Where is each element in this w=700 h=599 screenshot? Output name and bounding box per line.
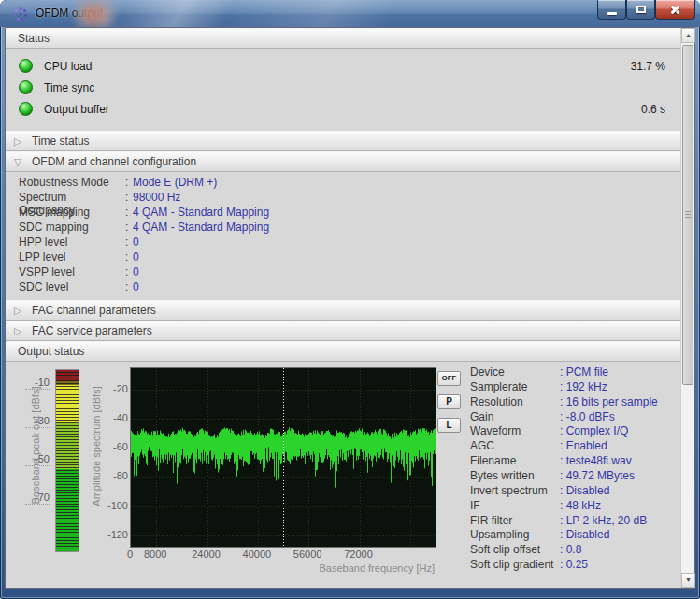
minimize-button[interactable]: [597, 0, 626, 20]
expand-triangle-icon: ▽: [14, 152, 21, 172]
config-row: LPP level:0: [19, 250, 680, 265]
info-row: IF: 48 kHz: [470, 499, 601, 513]
section-header-fac-channel[interactable]: ▷ FAC channel parameters: [6, 300, 680, 321]
scrollbar-thumb[interactable]: [682, 45, 693, 385]
info-value: : PCM file: [560, 365, 608, 378]
status-row: CPU load31.7 %: [19, 59, 665, 75]
info-value: : Disabled: [560, 484, 609, 497]
info-value: : Complex I/Q: [560, 424, 628, 437]
maximize-button[interactable]: [626, 0, 655, 20]
blurred-icon: [79, 1, 112, 27]
info-label: Bytes written: [470, 469, 560, 482]
minimize-icon: [607, 12, 617, 15]
spectrum-xtick-label: 72000: [338, 549, 379, 560]
status-value: 0.6 s: [641, 103, 665, 116]
meter-tick-label: -10: [25, 377, 50, 390]
config-label: VSPP level: [19, 265, 125, 278]
arrow-down-icon: ▼: [685, 577, 692, 583]
status-led-icon: [19, 102, 33, 116]
config-label: Robustness Mode: [19, 176, 125, 189]
info-row: Bytes written: 49.72 MBytes: [470, 469, 635, 483]
info-row: Upsampling: Disabled: [470, 528, 609, 542]
info-label: Soft clip gradient: [470, 558, 560, 571]
close-button[interactable]: [655, 0, 695, 20]
config-value: 0: [133, 250, 139, 264]
section-header-fac-service[interactable]: ▷ FAC service parameters: [6, 321, 680, 341]
scrollbar-down-button[interactable]: ▼: [681, 573, 695, 588]
config-value: Mode E (DRM +): [133, 176, 217, 189]
config-colon: :: [125, 191, 128, 204]
status-row: Output buffer0.6 s: [19, 102, 665, 118]
scrollbar-up-button[interactable]: ▲: [681, 28, 695, 43]
info-row: Gain: -8.0 dBFs: [470, 410, 615, 424]
spectrum-plot: [130, 367, 436, 548]
config-value: 4 QAM - Standard Mapping: [133, 221, 269, 234]
info-value: : 49.72 MBytes: [560, 469, 635, 482]
info-label: Resolution: [470, 395, 560, 408]
meter-tick-label: -30: [25, 415, 50, 428]
info-label: Filename: [470, 454, 560, 467]
info-value: : Enabled: [560, 439, 607, 452]
l-button[interactable]: L: [437, 418, 461, 433]
maximize-icon: [636, 6, 646, 13]
info-label: Soft clip offset: [470, 543, 560, 556]
section-header-ofdm-config[interactable]: ▽ OFDM and channel configuration: [6, 151, 680, 172]
spectrum-xtick-label: 8000: [135, 549, 176, 560]
config-label: HPP level: [19, 235, 125, 249]
meter-tick-label: -50: [25, 453, 50, 466]
info-value: : teste48fi.wav: [560, 454, 632, 467]
config-colon: :: [125, 265, 128, 278]
ofdm-output-window: OFDM output Status CPU load31.7 %Time sy…: [0, 0, 700, 599]
config-row: Robustness Mode:Mode E (DRM +): [19, 176, 680, 191]
config-colon: :: [125, 176, 128, 189]
expand-triangle-icon: ▷: [14, 301, 21, 321]
config-colon: :: [125, 280, 128, 293]
config-colon: :: [125, 250, 128, 264]
ofdm-config-list: Robustness Mode:Mode E (DRM +)Spectrum O…: [6, 172, 680, 300]
info-label: AGC: [470, 439, 560, 452]
off-button[interactable]: OFF: [437, 371, 461, 386]
spectrum-xtick-label: 40000: [236, 549, 278, 560]
info-row: Soft clip gradient: 0.25: [470, 558, 588, 572]
section-header-time-status[interactable]: ▷ Time status: [6, 131, 680, 151]
p-button[interactable]: P: [437, 394, 461, 409]
close-icon: [669, 5, 681, 15]
section-header-output-status: Output status: [6, 341, 680, 362]
status-led-icon: [19, 59, 33, 73]
titlebar[interactable]: OFDM output: [0, 0, 700, 27]
config-colon: :: [125, 235, 128, 249]
info-value: : 192 kHz: [560, 380, 607, 393]
expand-triangle-icon: ▷: [14, 132, 21, 151]
config-label: LPP level: [19, 250, 125, 264]
config-row: SDC mapping:4 QAM - Standard Mapping: [19, 221, 680, 235]
config-row: SDC level:0: [19, 280, 680, 295]
info-value: : LP 2 kHz, 20 dB: [560, 514, 647, 527]
arrow-up-icon: ▲: [685, 32, 692, 38]
config-value: 0: [133, 265, 139, 278]
spectrum-xtick-label: 24000: [186, 549, 227, 560]
info-row: Waveform: Complex I/Q: [470, 424, 628, 438]
config-label: SDC level: [19, 280, 125, 293]
config-value: 0: [133, 235, 139, 249]
spectrum-ytick-label: -100: [96, 500, 128, 511]
main-panel: Status CPU load31.7 %Time syncOutput buf…: [6, 28, 680, 588]
info-label: Waveform: [470, 424, 560, 437]
info-label: Device: [470, 365, 560, 378]
status-led-icon: [19, 80, 33, 94]
config-row: Spectrum Occupancy:98000 Hz: [19, 191, 680, 206]
info-row: Device: PCM file: [470, 365, 608, 379]
spectrum-xaxis-label: Baseband frequency [Hz]: [319, 563, 435, 574]
info-row: Invert spectrum: Disabled: [470, 484, 609, 498]
level-meter: [55, 369, 79, 552]
status-label: Output buffer: [44, 103, 109, 116]
spectrum-ytick-label: -60: [96, 441, 128, 452]
info-label: Invert spectrum: [470, 484, 560, 497]
config-colon: :: [125, 221, 128, 234]
vertical-scrollbar[interactable]: ▲ ▼: [680, 28, 694, 588]
info-row: Samplerate: 192 kHz: [470, 380, 607, 394]
info-label: IF: [470, 499, 560, 512]
section-title: Status: [18, 32, 50, 45]
status-row: Time sync: [19, 80, 665, 96]
config-colon: :: [125, 206, 128, 219]
config-label: SDC mapping: [19, 221, 125, 234]
